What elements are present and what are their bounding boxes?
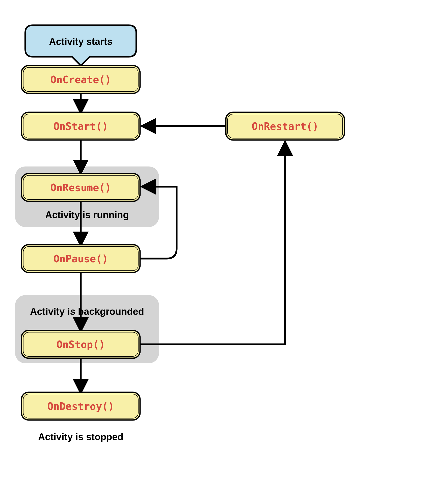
node-activity-starts: Activity starts (25, 25, 136, 66)
node-oncreate: OnCreate() (21, 66, 140, 93)
node-onstart-label: OnStart() (53, 121, 108, 132)
group-stopped-label: Activity is stopped (38, 432, 123, 442)
group-backgrounded-label: Activity is backgrounded (30, 306, 144, 317)
node-onstop-label: OnStop() (57, 339, 105, 350)
node-onstop: OnStop() (21, 330, 140, 358)
node-onpause: OnPause() (21, 245, 140, 272)
node-onpause-label: OnPause() (53, 253, 108, 265)
node-onrestart-label: OnRestart() (252, 121, 319, 132)
node-activity-starts-label: Activity starts (49, 36, 112, 47)
edge-onstop-to-onrestart (140, 143, 285, 344)
node-onstart: OnStart() (21, 112, 140, 140)
node-onrestart: OnRestart() (226, 112, 344, 140)
node-onresume: OnResume() (21, 174, 140, 201)
node-onresume-label: OnResume() (50, 182, 111, 193)
node-ondestroy: OnDestroy() (21, 392, 140, 420)
node-oncreate-label: OnCreate() (50, 74, 111, 86)
node-ondestroy-label: OnDestroy() (47, 401, 114, 412)
group-running-label: Activity is running (45, 210, 129, 220)
